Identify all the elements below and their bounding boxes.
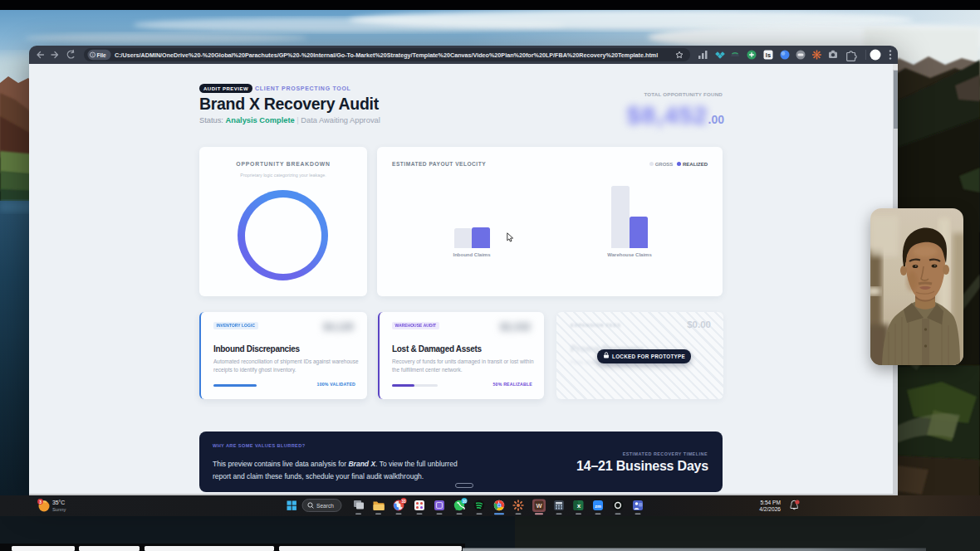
- svg-text:ls: ls: [766, 51, 771, 59]
- svg-text:3: 3: [39, 500, 42, 505]
- svg-text:10: 10: [462, 500, 467, 504]
- svg-text:i: i: [92, 52, 93, 57]
- svg-text:Sunny: Sunny: [52, 507, 66, 512]
- svg-text:zm: zm: [595, 504, 601, 509]
- svg-text:x: x: [577, 502, 581, 510]
- svg-text:C:/Users/ADMIN/OneDrive%20-%20: C:/Users/ADMIN/OneDrive%20-%20Global%20P…: [115, 51, 658, 59]
- svg-text:35°C: 35°C: [52, 500, 65, 505]
- svg-text:5:54 PM: 5:54 PM: [760, 500, 781, 505]
- svg-text:4/2/2026: 4/2/2026: [759, 506, 781, 512]
- svg-text:File: File: [97, 52, 107, 58]
- svg-text:W: W: [536, 502, 542, 510]
- svg-text:33: 33: [401, 500, 406, 504]
- svg-text:Search: Search: [316, 503, 334, 509]
